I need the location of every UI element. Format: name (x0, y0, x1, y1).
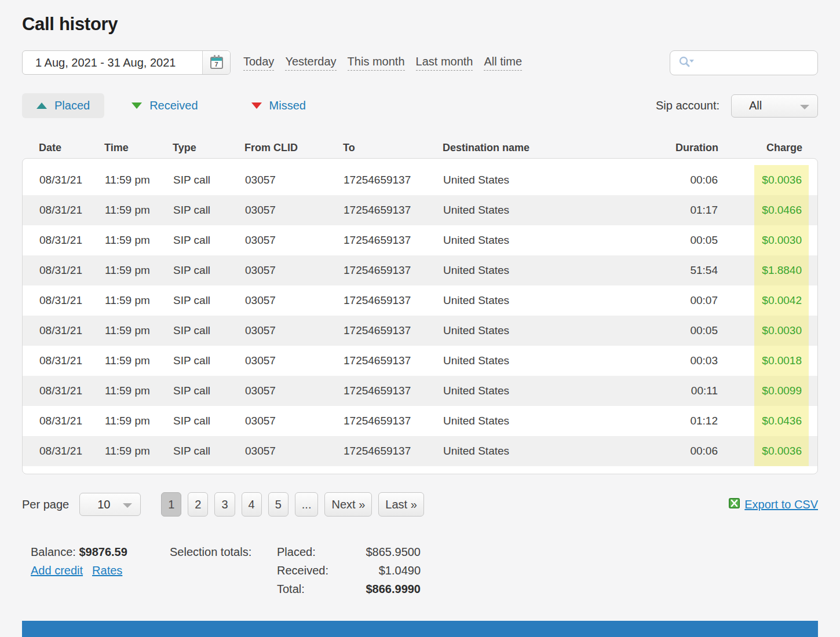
table-header: Date Time Type From CLID To Destination … (22, 139, 818, 156)
page-title: Call history (22, 14, 818, 35)
tab-missed[interactable]: Missed (237, 93, 320, 118)
quick-link-last-month[interactable]: Last month (416, 55, 473, 71)
page-button-4[interactable]: 4 (242, 492, 262, 517)
table-row[interactable]: 08/31/21 11:59 pm SIP call 03057 1725465… (23, 316, 817, 346)
table-row[interactable]: 08/31/21 11:59 pm SIP call 03057 1725465… (23, 195, 817, 225)
col-header-to: To (343, 142, 443, 154)
charge-cell: $1.8840 (754, 255, 809, 285)
charge-cell: $0.0466 (754, 195, 809, 225)
tab-placed-label: Placed (54, 99, 90, 112)
charge-cell: $0.0030 (754, 225, 809, 255)
grand-total-label: Total: (277, 583, 345, 596)
page-button-2[interactable]: 2 (188, 492, 208, 517)
pagination: Per page 10 1 2 3 4 5 ... Next » Last » … (22, 492, 818, 517)
per-page-value: 10 (80, 498, 110, 511)
export-csv-link[interactable]: Export to CSV (744, 498, 818, 511)
table-row[interactable]: 08/31/21 11:59 pm SIP call 03057 1725465… (23, 436, 817, 466)
charge-cell: $0.0018 (754, 346, 809, 376)
tab-received[interactable]: Received (117, 93, 212, 118)
page-button-3[interactable]: 3 (214, 492, 235, 517)
col-header-type: Type (173, 142, 244, 154)
page-button-1[interactable]: 1 (161, 492, 181, 517)
placed-total-label: Placed: (277, 546, 345, 559)
chevron-down-icon (800, 105, 809, 109)
next-page-button[interactable]: Next » (324, 492, 372, 517)
col-header-charge: Charge (755, 142, 809, 154)
rates-link[interactable]: Rates (92, 564, 122, 577)
call-history-table: 08/31/21 11:59 pm SIP call 03057 1725465… (22, 158, 818, 474)
page-button-ellipsis[interactable]: ... (295, 492, 319, 517)
footer-bar (22, 621, 818, 637)
charge-cell: $0.0099 (754, 376, 809, 406)
selection-totals-label: Selection totals: (170, 546, 277, 601)
quick-link-all-time[interactable]: All time (484, 55, 522, 71)
add-credit-link[interactable]: Add credit (31, 564, 83, 577)
table-row[interactable]: 08/31/21 11:59 pm SIP call 03057 1725465… (23, 346, 817, 376)
grand-total-value: $866.9990 (345, 583, 421, 596)
selection-totals: Placed: $865.9500 Received: $1.0490 Tota… (277, 546, 421, 601)
footer-summary: Balance: $9876.59 Add credit Rates Selec… (22, 546, 818, 601)
placed-total-value: $865.9500 (345, 546, 421, 559)
col-header-date: Date (39, 142, 104, 154)
placed-arrow-icon (36, 102, 47, 109)
call-type-filter: Placed Received Missed Sip account: All (22, 93, 818, 118)
balance-value: $9876.59 (79, 546, 127, 558)
col-header-duration: Duration (660, 142, 718, 154)
sip-account-select[interactable]: All (731, 94, 818, 118)
calendar-icon: 7 (210, 57, 223, 69)
col-header-destination: Destination name (443, 142, 660, 154)
per-page-select[interactable]: 10 (79, 493, 141, 516)
table-row[interactable]: 08/31/21 11:59 pm SIP call 03057 1725465… (23, 285, 817, 316)
last-page-button[interactable]: Last » (378, 492, 423, 517)
date-range-input[interactable] (23, 51, 202, 74)
charge-cell: $0.0436 (754, 406, 809, 436)
sip-account-label: Sip account: (656, 99, 720, 112)
col-header-from-clid: From CLID (244, 142, 343, 154)
quick-link-yesterday[interactable]: Yesterday (285, 55, 336, 71)
chevron-down-icon (123, 503, 132, 508)
date-quick-links: Today Yesterday This month Last month Al… (243, 55, 522, 71)
excel-icon (729, 498, 740, 511)
table-row[interactable]: 08/31/21 11:59 pm SIP call 03057 1725465… (23, 165, 817, 195)
table-row[interactable]: 08/31/21 11:59 pm SIP call 03057 1725465… (23, 255, 817, 285)
table-row[interactable]: 08/31/21 11:59 pm SIP call 03057 1725465… (23, 406, 817, 436)
charge-cell: $0.0042 (754, 285, 809, 316)
charge-cell: $0.0030 (754, 316, 809, 346)
received-arrow-icon (132, 102, 142, 109)
search-icon[interactable] (677, 56, 695, 69)
quick-link-today[interactable]: Today (243, 55, 274, 71)
per-page-label: Per page (22, 498, 69, 511)
charge-cell: $0.0036 (754, 165, 809, 195)
date-range-picker[interactable]: 7 (22, 50, 231, 75)
col-header-time: Time (104, 142, 173, 154)
table-row[interactable]: 08/31/21 11:59 pm SIP call 03057 1725465… (23, 376, 817, 406)
calendar-button[interactable]: 7 (202, 51, 230, 74)
page-button-5[interactable]: 5 (268, 492, 288, 517)
tab-placed[interactable]: Placed (22, 93, 104, 118)
search-box[interactable] (670, 50, 818, 75)
received-total-value: $1.0490 (345, 564, 421, 577)
quick-link-this-month[interactable]: This month (348, 55, 405, 71)
charge-cell: $0.0036 (754, 436, 809, 466)
filter-controls: 7 Today Yesterday This month Last month … (22, 50, 818, 75)
page-buttons: 1 2 3 4 5 ... Next » Last » (161, 492, 424, 517)
received-total-label: Received: (277, 564, 345, 577)
sip-account-value: All (732, 99, 762, 112)
tab-missed-label: Missed (269, 99, 306, 112)
table-row[interactable]: 08/31/21 11:59 pm SIP call 03057 1725465… (23, 225, 817, 255)
tab-received-label: Received (149, 99, 198, 112)
missed-arrow-icon (251, 102, 262, 109)
balance-label: Balance: (31, 546, 76, 558)
search-input[interactable] (698, 57, 832, 69)
